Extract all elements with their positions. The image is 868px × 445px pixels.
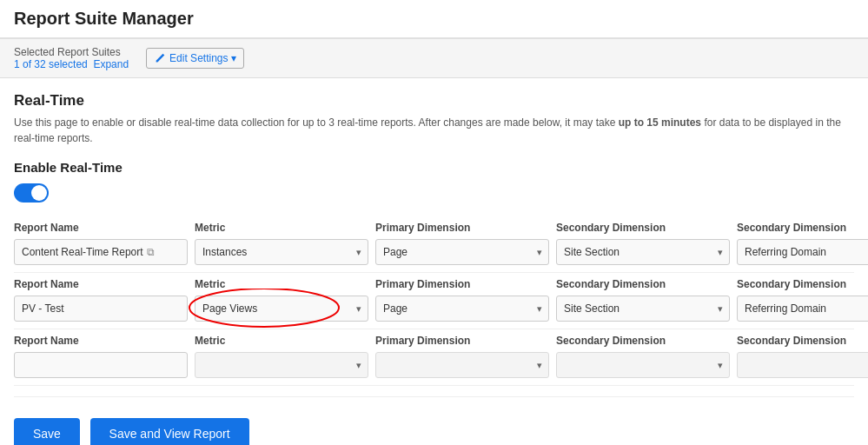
- buttons-row: Save Save and View Report: [14, 396, 854, 445]
- row1-primary-dim-cell: Page Site Section Referring Domain: [375, 239, 549, 265]
- copy-icon[interactable]: ⧉: [147, 246, 155, 258]
- col2-secondary-dimension-1: Secondary Dimension: [556, 278, 730, 290]
- selected-label: Selected Report Suites: [14, 46, 129, 58]
- row3-secondary-dim1-select[interactable]: [556, 352, 730, 378]
- row2-secondary-dim1-cell: Site Section Page Referring Domain: [556, 296, 730, 322]
- table-row-1: Content Real-Time Report ⧉ Instances Pag…: [14, 236, 854, 273]
- row2-primary-dim-select[interactable]: Page Site Section Referring Domain: [375, 296, 549, 322]
- row1-report-name-input[interactable]: Content Real-Time Report ⧉: [14, 239, 188, 265]
- row2-metric-select[interactable]: Page Views Instances Revenue: [195, 296, 368, 322]
- enable-realtime-title: Enable Real-Time: [14, 160, 854, 175]
- row2-primary-dim-cell: Page Site Section Referring Domain: [375, 296, 549, 322]
- row1-secondary-dim2-cell: Referring Domain Site Section Page: [737, 239, 868, 265]
- page-title: Report Suite Manager: [14, 9, 854, 29]
- row3-primary-dim-select[interactable]: [375, 352, 549, 378]
- selected-suites-info: Selected Report Suites 1 of 32 selected …: [14, 46, 129, 70]
- edit-icon: [154, 52, 166, 64]
- row3-metric-select-wrapper: [195, 352, 368, 378]
- col2-secondary-dimension-2: Secondary Dimension: [737, 278, 868, 290]
- expand-link[interactable]: Expand: [93, 58, 129, 70]
- col-metric: Metric: [195, 222, 368, 234]
- realtime-description: Use this page to enable or disable real-…: [14, 115, 854, 146]
- selected-count: 1 of 32 selected Expand: [14, 58, 129, 70]
- realtime-toggle[interactable]: [14, 183, 49, 203]
- col-primary-dimension: Primary Dimension: [375, 222, 549, 234]
- row1-secondary-dim1-select[interactable]: Site Section Page Referring Domain: [556, 239, 730, 265]
- col-report-name: Report Name: [14, 222, 188, 234]
- col3-secondary-dimension-1: Secondary Dimension: [556, 335, 730, 347]
- row1-primary-dim-wrapper: Page Site Section Referring Domain: [375, 239, 549, 265]
- row2-report-name-cell: PV - Test: [14, 296, 188, 322]
- row2-secondary-dim2-select[interactable]: Referring Domain Site Section Page: [737, 296, 868, 322]
- col3-metric: Metric: [195, 335, 368, 347]
- row2-secondary-dim1-wrapper: Site Section Page Referring Domain: [556, 296, 730, 322]
- realtime-section-title: Real-Time: [14, 92, 854, 110]
- top-bar: Report Suite Manager: [0, 0, 868, 39]
- row2-secondary-dim1-select[interactable]: Site Section Page Referring Domain: [556, 296, 730, 322]
- row2-labels: Report Name Metric Primary Dimension Sec…: [14, 273, 854, 292]
- table-row-3: [14, 349, 854, 386]
- col2-metric: Metric: [195, 278, 368, 290]
- col-secondary-dimension-1: Secondary Dimension: [556, 222, 730, 234]
- save-button[interactable]: Save: [14, 418, 80, 445]
- row2-report-name-input[interactable]: PV - Test: [14, 296, 188, 322]
- edit-settings-button[interactable]: Edit Settings ▾: [146, 48, 244, 69]
- col3-report-name: Report Name: [14, 335, 188, 347]
- row3-report-name-input[interactable]: [14, 352, 188, 378]
- row2-metric-select-wrapper: Page Views Instances Revenue: [195, 296, 368, 322]
- row1-secondary-dim2-select[interactable]: Referring Domain Site Section Page: [737, 239, 868, 265]
- row3-metric-select[interactable]: [195, 352, 368, 378]
- row1-metric-select[interactable]: Instances Page Views Revenue: [195, 239, 368, 265]
- row1-secondary-dim1-wrapper: Site Section Page Referring Domain: [556, 239, 730, 265]
- row1-secondary-dim2-wrapper: Referring Domain Site Section Page: [737, 239, 868, 265]
- col3-primary-dimension: Primary Dimension: [375, 335, 549, 347]
- row3-secondary-dim1-cell: [556, 352, 730, 378]
- row3-secondary-dim2-cell: [737, 352, 868, 378]
- dropdown-arrow-icon: ▾: [231, 52, 236, 64]
- table-row-2: PV - Test Page Views Instances Revenue P…: [14, 292, 854, 329]
- main-content: Real-Time Use this page to enable or dis…: [0, 78, 868, 445]
- row2-secondary-dim2-cell: Referring Domain Site Section Page: [737, 296, 868, 322]
- col3-secondary-dimension-2: Secondary Dimension: [737, 335, 868, 347]
- row3-metric-cell: [195, 352, 368, 378]
- col2-report-name: Report Name: [14, 278, 188, 290]
- row2-primary-dim-wrapper: Page Site Section Referring Domain: [375, 296, 549, 322]
- row2-secondary-dim2-wrapper: Referring Domain Site Section Page: [737, 296, 868, 322]
- row1-secondary-dim1-cell: Site Section Page Referring Domain: [556, 239, 730, 265]
- sub-bar: Selected Report Suites 1 of 32 selected …: [0, 39, 868, 78]
- row3-secondary-dim2-select[interactable]: [737, 352, 868, 378]
- row1-labels: Report Name Metric Primary Dimension Sec…: [14, 216, 854, 236]
- row1-report-name-cell: Content Real-Time Report ⧉: [14, 239, 188, 265]
- col-secondary-dimension-2: Secondary Dimension: [737, 222, 868, 234]
- row3-primary-dim-wrapper: [375, 352, 549, 378]
- row3-secondary-dim1-wrapper: [556, 352, 730, 378]
- row1-metric-select-wrapper: Instances Page Views Revenue: [195, 239, 368, 265]
- row1-metric-cell: Instances Page Views Revenue: [195, 239, 368, 265]
- row3-secondary-dim2-wrapper: [737, 352, 868, 378]
- save-view-report-button[interactable]: Save and View Report: [90, 418, 249, 445]
- row3-labels: Report Name Metric Primary Dimension Sec…: [14, 329, 854, 349]
- col2-primary-dimension: Primary Dimension: [375, 278, 549, 290]
- row2-metric-cell: Page Views Instances Revenue: [195, 296, 368, 322]
- row3-primary-dim-cell: [375, 352, 549, 378]
- row3-report-name-cell: [14, 352, 188, 378]
- row1-primary-dim-select[interactable]: Page Site Section Referring Domain: [375, 239, 549, 265]
